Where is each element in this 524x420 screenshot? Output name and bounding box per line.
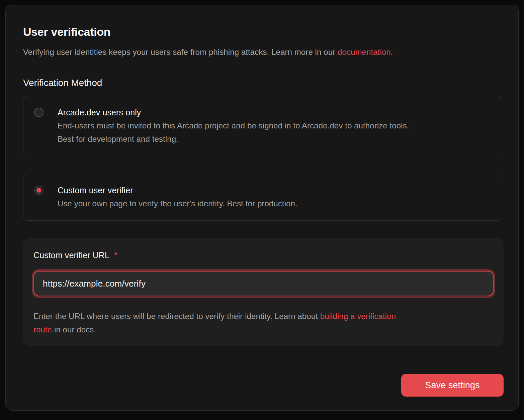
page-background: User verification Verifying user identit…	[0, 0, 524, 420]
option-body: Custom user verifier Use your own page t…	[58, 184, 297, 210]
option-description-line: Best for development and testing.	[58, 132, 409, 146]
radio-unselected-icon[interactable]	[34, 108, 43, 117]
helper-line-2: route in our docs.	[33, 323, 494, 336]
page-description-period: .	[391, 47, 393, 57]
option-arcade-users-only[interactable]: Arcade.dev users only End-users must be …	[23, 96, 502, 156]
radio-selected-icon[interactable]	[34, 186, 43, 195]
page-description: Verifying user identities keeps your use…	[23, 46, 501, 58]
custom-verifier-url-input-wrap	[33, 271, 494, 296]
verification-route-link[interactable]: route	[33, 325, 52, 334]
option-title: Arcade.dev users only	[58, 106, 409, 118]
user-verification-card: User verification Verifying user identit…	[5, 5, 519, 411]
documentation-link[interactable]: documentation	[338, 47, 391, 57]
custom-verifier-panel: Custom verifier URL * Enter the URL wher…	[23, 238, 504, 346]
verification-method-heading: Verification Method	[23, 77, 501, 89]
radio-dot	[36, 188, 41, 193]
actions-row: Save settings	[23, 374, 504, 397]
option-description-line: End-users must be invited to this Arcade…	[58, 119, 409, 132]
option-description-line: Use your own page to verify the user's i…	[58, 197, 297, 210]
custom-verifier-url-input[interactable]	[43, 279, 484, 289]
helper-text: Enter the URL where users will be redire…	[33, 310, 494, 336]
helper-line-1: Enter the URL where users will be redire…	[33, 310, 494, 323]
helper-text-prefix: Enter the URL where users will be redire…	[33, 312, 320, 321]
option-description: End-users must be invited to this Arcade…	[58, 119, 409, 146]
custom-verifier-url-label: Custom verifier URL	[33, 249, 109, 261]
save-settings-button[interactable]: Save settings	[401, 374, 504, 397]
helper-text-suffix: in our docs.	[52, 325, 96, 334]
page-description-text: Verifying user identities keeps your use…	[23, 47, 338, 57]
field-label-row: Custom verifier URL *	[33, 249, 494, 261]
required-asterisk: *	[114, 250, 117, 260]
option-title: Custom user verifier	[58, 184, 297, 196]
option-custom-user-verifier[interactable]: Custom user verifier Use your own page t…	[23, 174, 502, 221]
option-description: Use your own page to verify the user's i…	[58, 197, 297, 210]
option-body: Arcade.dev users only End-users must be …	[58, 106, 409, 146]
page-title: User verification	[23, 24, 501, 39]
verification-route-link[interactable]: building a verification	[320, 312, 396, 321]
